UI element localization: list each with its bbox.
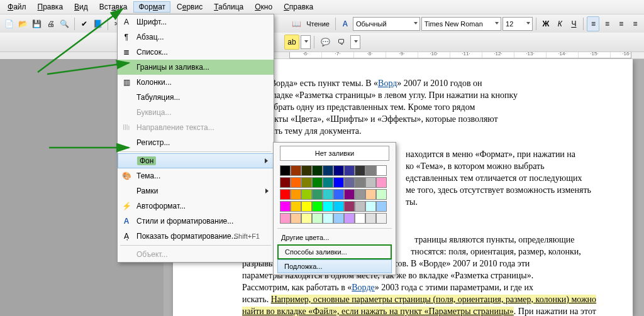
menu-table[interactable]: Таблица [209, 1, 248, 13]
style-icon[interactable]: A [339, 16, 352, 31]
color-swatch[interactable] [301, 201, 312, 212]
color-swatch[interactable] [323, 201, 333, 212]
menu-frames-item[interactable]: Рамки [118, 183, 274, 199]
color-swatch[interactable] [376, 189, 387, 200]
menu-autoformat-item[interactable]: ⚡Автоформат... [118, 199, 274, 214]
menu-dropcap-item[interactable]: Буквица... [118, 105, 274, 120]
color-swatch[interactable] [333, 201, 344, 212]
menu-font-item[interactable]: AШрифт... [118, 14, 274, 30]
size-combo[interactable]: 12 [502, 17, 533, 31]
menu-view[interactable]: Вид [69, 1, 93, 13]
no-fill-button[interactable]: Нет заливки [280, 146, 389, 161]
color-swatch[interactable] [333, 189, 344, 200]
color-swatch[interactable] [376, 213, 387, 224]
more-colors-item[interactable]: Другие цвета... [275, 231, 394, 244]
color-swatch[interactable] [355, 189, 365, 200]
color-swatch[interactable] [355, 177, 365, 188]
menu-window[interactable]: Окно [250, 1, 277, 13]
color-swatch[interactable] [280, 177, 291, 188]
color-swatch[interactable] [365, 177, 376, 188]
color-swatch[interactable] [280, 213, 291, 224]
reading-icon[interactable]: 📖 [290, 16, 303, 31]
color-swatch[interactable] [280, 201, 291, 212]
link-word1[interactable]: Ворд [378, 79, 397, 88]
menu-register-item[interactable]: Регистр... [118, 135, 274, 150]
color-swatch[interactable] [301, 177, 312, 188]
reading-label[interactable]: Чтение [304, 20, 332, 28]
color-swatch[interactable] [355, 165, 365, 176]
menu-theme-item[interactable]: 🎨Тема... [118, 168, 274, 183]
color-swatch[interactable] [280, 189, 291, 200]
align-right-button[interactable]: ≡ [615, 16, 628, 31]
menu-columns-item[interactable]: ▥Колонки... [118, 75, 274, 90]
color-swatch[interactable] [312, 177, 323, 188]
color-swatch[interactable] [291, 201, 301, 212]
menu-borders-item[interactable]: Границы и заливка... [118, 60, 274, 75]
color-swatch[interactable] [365, 189, 376, 200]
align-justify-button[interactable]: ≡ [629, 16, 641, 31]
menu-object-item[interactable]: Объект... [118, 247, 274, 262]
color-swatch[interactable] [376, 177, 387, 188]
color-swatch[interactable] [344, 213, 355, 224]
color-swatch[interactable] [355, 213, 365, 224]
color-swatch[interactable] [344, 165, 355, 176]
color-swatch[interactable] [291, 165, 301, 176]
color-swatch[interactable] [323, 213, 333, 224]
menu-list-item[interactable]: ≣Список... [118, 45, 274, 60]
spell-button[interactable]: ✔ [78, 16, 91, 31]
align-left-button[interactable]: ≡ [587, 16, 599, 31]
menu-help[interactable]: Справка [279, 1, 318, 13]
research-button[interactable]: 📘 [92, 16, 104, 31]
color-swatch[interactable] [355, 201, 365, 212]
menu-service[interactable]: Сервис [172, 1, 208, 13]
color-swatch[interactable] [291, 189, 301, 200]
menu-format[interactable]: Формат [133, 1, 170, 13]
color-swatch[interactable] [365, 165, 376, 176]
open-button[interactable]: 📂 [16, 16, 29, 31]
comment-button[interactable]: 💬 [318, 35, 333, 50]
menu-styles-item[interactable]: AСтили и форматирование... [118, 214, 274, 229]
menu-edit[interactable]: Правка [33, 1, 69, 13]
color-swatch[interactable] [323, 189, 333, 200]
color-swatch[interactable] [312, 213, 323, 224]
color-swatch[interactable] [301, 189, 312, 200]
color-swatch[interactable] [333, 165, 344, 176]
color-swatch[interactable] [280, 165, 291, 176]
highlight-dropdown[interactable] [301, 35, 311, 49]
highlight-button[interactable]: ab [284, 35, 299, 50]
menu-tabs-item[interactable]: Табуляция... [118, 90, 274, 105]
color-swatch[interactable] [312, 165, 323, 176]
color-swatch[interactable] [291, 213, 301, 224]
bold-button[interactable]: Ж [540, 16, 552, 31]
color-swatch[interactable] [344, 177, 355, 188]
balloon-dropdown[interactable] [350, 35, 360, 49]
color-swatch[interactable] [365, 201, 376, 212]
color-swatch[interactable] [344, 189, 355, 200]
underline-button[interactable]: Ч [567, 16, 580, 31]
color-swatch[interactable] [376, 201, 387, 212]
color-swatch[interactable] [376, 165, 387, 176]
watermark-item[interactable]: Подложка... [277, 259, 392, 273]
color-swatch[interactable] [323, 177, 333, 188]
align-center-button[interactable]: ≡ [601, 16, 613, 31]
menu-background-item[interactable]: Фон [118, 153, 274, 168]
color-swatch[interactable] [344, 201, 355, 212]
print-button[interactable]: 🖨 [45, 16, 57, 31]
color-swatch[interactable] [301, 165, 312, 176]
preview-button[interactable]: 🔍 [58, 16, 71, 31]
font-combo[interactable]: Times New Roman [421, 17, 501, 31]
color-swatch[interactable] [323, 165, 333, 176]
color-swatch[interactable] [291, 177, 301, 188]
save-button[interactable]: 💾 [30, 16, 43, 31]
link-word2[interactable]: Ворде [352, 283, 375, 292]
menu-reveal-item[interactable]: AͅПоказать форматирование...Shift+F1 [118, 229, 274, 244]
menu-insert[interactable]: Вставка [94, 1, 133, 13]
color-swatch[interactable] [312, 201, 323, 212]
color-swatch[interactable] [333, 177, 344, 188]
style-combo[interactable]: Обычный [353, 17, 420, 31]
color-swatch[interactable] [333, 213, 344, 224]
new-doc-button[interactable]: 📄 [3, 16, 15, 31]
menu-textdir-item[interactable]: lllıНаправление текста... [118, 120, 274, 135]
color-swatch[interactable] [301, 213, 312, 224]
menu-paragraph-item[interactable]: ¶Абзац... [118, 30, 274, 45]
